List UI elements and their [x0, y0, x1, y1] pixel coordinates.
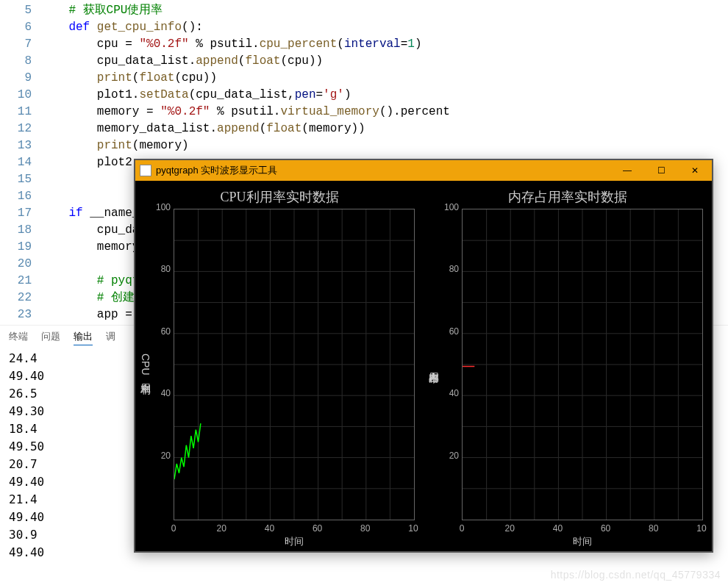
line-number-gutter: 567891011121314151617181920212223: [0, 0, 40, 323]
window-title: pyqtgraph 实时波形显示工具: [156, 164, 610, 177]
plot-body: CPU利用率实时数据CPU利用率2040608010002040608010时间…: [135, 181, 712, 551]
x-axis-ticks: 02040608010: [462, 522, 703, 534]
plot-title: 内存占用率实时数据: [427, 184, 709, 207]
close-button[interactable]: ✕: [678, 160, 712, 181]
y-axis-ticks: 20406080100: [153, 207, 174, 522]
maximize-button[interactable]: ☐: [644, 160, 678, 181]
plot-area[interactable]: [174, 209, 415, 520]
plot-panel: 内存占用率实时数据内存占用率2040608010002040608010时间: [424, 181, 712, 551]
panel-tab[interactable]: 调: [106, 330, 115, 345]
plot-area[interactable]: [462, 209, 703, 520]
panel-tab[interactable]: 终端: [9, 330, 28, 345]
y-axis-label: 内存占用率: [427, 207, 441, 522]
x-axis-label: 时间: [174, 535, 415, 548]
watermark: https://blog.csdn.net/qq_45779334: [551, 569, 721, 581]
panel-tab[interactable]: 问题: [41, 330, 60, 345]
x-axis-ticks: 02040608010: [174, 522, 415, 534]
window-titlebar[interactable]: pyqtgraph 实时波形显示工具 — ☐ ✕: [135, 160, 712, 181]
plot-title: CPU利用率实时数据: [138, 184, 421, 207]
data-series: [174, 423, 201, 479]
minimize-button[interactable]: —: [610, 160, 644, 181]
plot-panel: CPU利用率实时数据CPU利用率2040608010002040608010时间: [135, 181, 424, 551]
app-icon: [140, 165, 151, 176]
pyqtgraph-window: pyqtgraph 实时波形显示工具 — ☐ ✕ CPU利用率实时数据CPU利用…: [134, 159, 713, 553]
panel-tab[interactable]: 输出: [74, 330, 93, 345]
y-axis-ticks: 20406080100: [441, 207, 462, 522]
x-axis-label: 时间: [462, 535, 703, 548]
y-axis-label: CPU利用率: [138, 207, 153, 522]
